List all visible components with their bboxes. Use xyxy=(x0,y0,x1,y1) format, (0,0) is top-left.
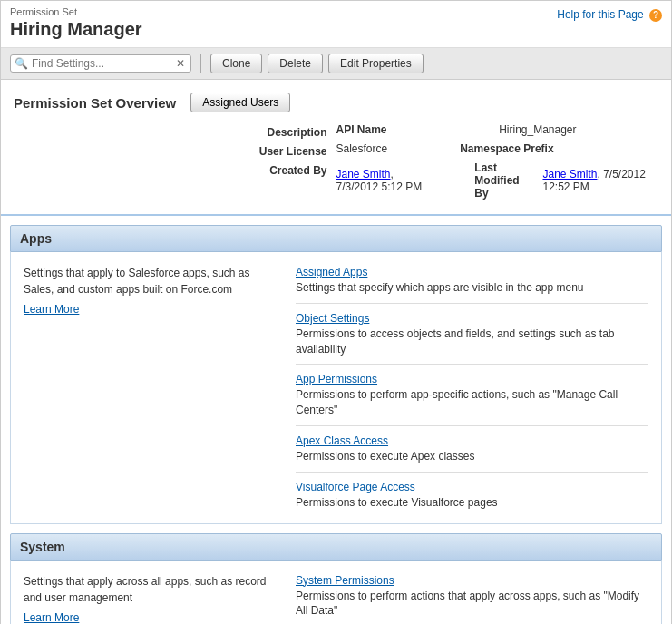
apps-section: Apps Settings that apply to Salesforce a… xyxy=(10,225,662,524)
description-label: Description xyxy=(23,123,336,139)
search-wrapper: 🔍 ✕ xyxy=(10,54,191,73)
overview-grid: Description API Name Hiring_Manager User… xyxy=(14,123,658,200)
list-item: Assigned Apps Settings that specify whic… xyxy=(296,265,648,304)
overview-header: Permission Set Overview Assigned Users xyxy=(14,93,658,112)
help-icon: ? xyxy=(649,9,662,22)
system-section-right: System Permissions Permissions to perfor… xyxy=(296,573,648,624)
app-permissions-desc: Permissions to perform app-specific acti… xyxy=(296,387,648,418)
system-section-header: System xyxy=(10,533,662,561)
user-license-label: User License xyxy=(23,142,336,158)
apps-section-left: Settings that apply to Salesforce apps, … xyxy=(24,265,278,511)
edit-properties-button[interactable]: Edit Properties xyxy=(328,54,424,73)
visualforce-page-access-link[interactable]: Visualforce Page Access xyxy=(296,481,415,493)
page-header: Help for this Page ? Permission Set Hiri… xyxy=(1,1,671,48)
search-icon: 🔍 xyxy=(15,57,28,70)
apps-description: Settings that apply to Salesforce apps, … xyxy=(24,267,249,296)
toolbar-separator xyxy=(200,54,201,73)
list-item: Apex Class Access Permissions to execute… xyxy=(296,434,648,473)
apps-section-header: Apps xyxy=(10,225,662,252)
toolbar: 🔍 ✕ Clone Delete Edit Properties xyxy=(1,48,671,80)
list-item: Visualforce Page Access Permissions to e… xyxy=(296,480,648,511)
content: Permission Set Overview Assigned Users D… xyxy=(1,80,671,624)
help-link[interactable]: Help for this Page ? xyxy=(557,8,662,22)
search-input[interactable] xyxy=(32,57,174,70)
search-clear-button[interactable]: ✕ xyxy=(174,57,187,70)
page-title: Hiring Manager xyxy=(10,19,662,40)
assigned-apps-link[interactable]: Assigned Apps xyxy=(296,266,367,278)
created-by-link[interactable]: Jane Smith xyxy=(336,168,391,180)
overview-title: Permission Set Overview xyxy=(14,95,176,111)
system-description: Settings that apply across all apps, suc… xyxy=(24,575,266,604)
object-settings-desc: Permissions to access objects and fields… xyxy=(296,327,648,357)
apps-learn-more-link[interactable]: Learn More xyxy=(24,301,278,317)
overview-section: Permission Set Overview Assigned Users D… xyxy=(1,80,671,216)
list-item: App Permissions Permissions to perform a… xyxy=(296,372,648,426)
help-link-label: Help for this Page xyxy=(557,8,643,21)
namespace-prefix-label: Namespace Prefix xyxy=(460,142,553,158)
list-item: Object Settings Permissions to access ob… xyxy=(296,311,648,366)
delete-button[interactable]: Delete xyxy=(268,54,323,73)
system-learn-more-link[interactable]: Learn More xyxy=(24,609,278,624)
clone-button[interactable]: Clone xyxy=(210,54,262,73)
system-section-body: Settings that apply across all apps, suc… xyxy=(10,561,662,624)
apex-class-access-desc: Permissions to execute Apex classes xyxy=(296,449,648,464)
object-settings-link[interactable]: Object Settings xyxy=(296,312,369,325)
api-name-label: API Name xyxy=(336,123,387,139)
page-wrapper: Help for this Page ? Permission Set Hiri… xyxy=(0,0,672,624)
apps-section-body: Settings that apply to Salesforce apps, … xyxy=(10,252,662,524)
system-permissions-link[interactable]: System Permissions xyxy=(296,574,394,587)
user-license-value: Salesforce xyxy=(336,142,388,158)
apps-section-right: Assigned Apps Settings that specify whic… xyxy=(296,265,648,511)
last-modified-link[interactable]: Jane Smith xyxy=(542,168,597,180)
apex-class-access-link[interactable]: Apex Class Access xyxy=(296,434,388,447)
list-item: System Permissions Permissions to perfor… xyxy=(296,573,648,619)
app-permissions-link[interactable]: App Permissions xyxy=(296,373,377,385)
assigned-users-button[interactable]: Assigned Users xyxy=(190,93,290,112)
api-name-value: Hiring_Manager xyxy=(499,123,576,139)
last-modified-label: Last Modified By xyxy=(474,161,535,200)
system-permissions-desc: Permissions to perform actions that appl… xyxy=(296,589,648,619)
visualforce-page-access-desc: Permissions to execute Visualforce pages xyxy=(296,495,648,511)
assigned-apps-desc: Settings that specify which apps are vis… xyxy=(296,280,648,296)
system-section: System Settings that apply across all ap… xyxy=(10,533,662,624)
system-section-left: Settings that apply across all apps, suc… xyxy=(24,573,278,624)
created-by-label: Created By xyxy=(23,161,336,200)
